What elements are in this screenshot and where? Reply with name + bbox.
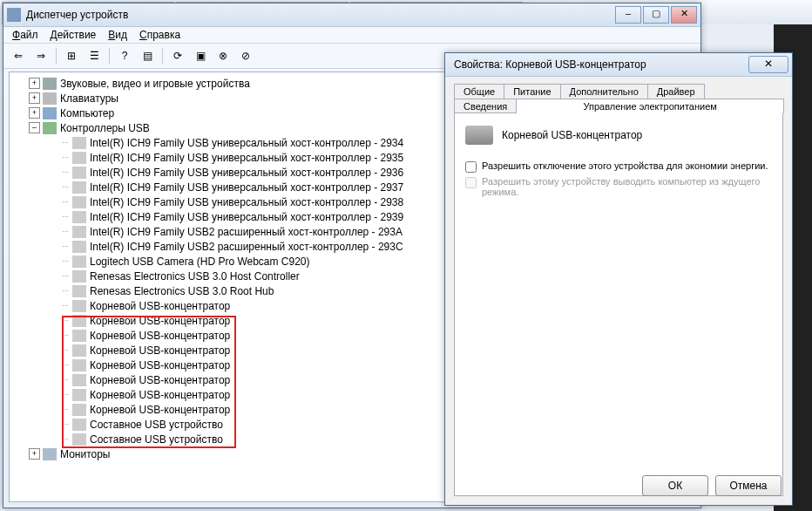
device-label: Составное USB устройство: [90, 419, 223, 431]
bullet-icon: ⋯: [62, 391, 69, 399]
allow-poweroff-checkbox[interactable]: Разрешить отключение этого устройства дл…: [465, 160, 772, 173]
collapse-icon[interactable]: –: [29, 122, 40, 133]
expand-icon[interactable]: +: [29, 448, 40, 460]
tab-general[interactable]: Общие: [454, 84, 504, 99]
separator: [109, 48, 110, 64]
device-icon: [72, 285, 86, 297]
bullet-icon: ⋯: [62, 198, 69, 206]
device-label: Корневой USB-концентратор: [90, 330, 230, 342]
disable-button[interactable]: ⊘: [236, 46, 255, 65]
menu-file[interactable]: Файл: [12, 29, 38, 41]
device-icon: [72, 300, 86, 312]
tab-panel: Корневой USB-концентратор Разрешить откл…: [454, 112, 783, 496]
bullet-icon: ⋯: [62, 317, 69, 324]
device-name: Корневой USB-концентратор: [502, 129, 642, 141]
view-button[interactable]: ☰: [85, 46, 104, 65]
bullet-icon: ⋯: [62, 257, 69, 265]
bullet-icon: ⋯: [62, 213, 69, 221]
app-icon: [7, 8, 21, 22]
expand-icon[interactable]: +: [29, 92, 40, 104]
tab-details[interactable]: Сведения: [454, 99, 517, 113]
device-label: Intel(R) ICH9 Family USB универсальный х…: [90, 181, 403, 194]
bullet-icon: ⋯: [62, 168, 69, 176]
tab-powermgmt[interactable]: Управление электропитанием: [516, 99, 784, 113]
close-button[interactable]: ✕: [671, 6, 697, 24]
device-label: Intel(R) ICH9 Family USB универсальный х…: [90, 211, 403, 223]
device-label: Корневой USB-концентратор: [90, 300, 230, 312]
window-title: Диспетчер устройств: [26, 9, 615, 21]
device-icon: [72, 152, 86, 164]
menu-view[interactable]: Вид: [108, 29, 127, 41]
bullet-icon: ⋯: [62, 420, 69, 428]
menu-help[interactable]: Справка: [139, 29, 180, 41]
separator: [56, 48, 57, 64]
tab-driver[interactable]: Драйвер: [647, 84, 705, 99]
device-icon: [72, 404, 86, 416]
sound-icon: [43, 78, 57, 90]
bullet-icon: ⋯: [62, 139, 69, 146]
device-label: Корневой USB-концентратор: [90, 404, 230, 416]
device-icon: [72, 196, 86, 208]
device-label: Renesas Electronics USB 3.0 Host Control…: [90, 270, 300, 283]
cancel-button[interactable]: Отмена: [715, 475, 782, 496]
titlebar[interactable]: Свойства: Корневой USB-концентратор ✕: [445, 53, 792, 77]
show-hidden-button[interactable]: ⊞: [62, 46, 81, 65]
device-icon: [72, 211, 86, 223]
back-button[interactable]: ⇐: [9, 46, 28, 65]
device-icon: [72, 330, 86, 342]
properties-button[interactable]: ▤: [138, 46, 157, 65]
tab-advanced[interactable]: Дополнительно: [560, 84, 648, 99]
forward-button[interactable]: ⇒: [31, 46, 51, 65]
device-icon: [72, 389, 86, 401]
device-label: Intel(R) ICH9 Family USB2 расширенный хо…: [90, 226, 403, 238]
bullet-icon: ⋯: [62, 242, 69, 250]
scan-button[interactable]: ⟳: [168, 46, 187, 65]
bullet-icon: ⋯: [62, 272, 69, 280]
checkbox-input: [465, 177, 477, 188]
close-button[interactable]: ✕: [748, 56, 788, 73]
device-label: Корневой USB-концентратор: [90, 359, 230, 371]
device-icon: [72, 433, 86, 446]
allow-wake-checkbox: Разрешить этому устройству выводить комп…: [465, 176, 772, 197]
device-header: Корневой USB-концентратор: [465, 126, 772, 145]
device-label: Intel(R) ICH9 Family USB универсальный х…: [90, 152, 403, 164]
bullet-icon: ⋯: [62, 302, 69, 310]
device-icon: [72, 344, 86, 357]
device-icon: [72, 419, 86, 431]
minimize-button[interactable]: –: [615, 6, 641, 24]
device-label: Intel(R) ICH9 Family USB универсальный х…: [90, 167, 403, 179]
device-label: Составное USB устройство: [90, 433, 223, 446]
expand-icon[interactable]: +: [29, 78, 40, 89]
device-label: Корневой USB-концентратор: [90, 344, 230, 357]
titlebar[interactable]: Диспетчер устройств – ▢ ✕: [3, 3, 700, 27]
bullet-icon: ⋯: [62, 435, 69, 443]
device-icon: [72, 167, 86, 179]
device-icon: [72, 137, 86, 149]
usb-hub-icon: [465, 126, 493, 145]
dialog-buttons: ОК Отмена: [642, 475, 782, 496]
device-icon: [72, 256, 86, 268]
help-button[interactable]: ?: [115, 46, 134, 65]
device-label: Intel(R) ICH9 Family USB универсальный х…: [90, 196, 403, 208]
bullet-icon: ⋯: [62, 228, 69, 235]
separator: [162, 48, 163, 64]
device-icon: [72, 374, 86, 386]
device-label: Корневой USB-концентратор: [90, 389, 230, 401]
checkbox-input[interactable]: [465, 161, 477, 173]
bullet-icon: ⋯: [62, 361, 69, 369]
device-icon: [72, 241, 86, 253]
uninstall-button[interactable]: ⊗: [213, 46, 233, 65]
device-icon: [72, 315, 86, 327]
update-driver-button[interactable]: ▣: [191, 46, 210, 65]
menu-action[interactable]: Действие: [51, 29, 97, 41]
device-label: Logitech USB Camera (HD Pro Webcam C920): [90, 256, 310, 268]
ok-button[interactable]: ОК: [642, 475, 708, 496]
maximize-button[interactable]: ▢: [643, 6, 669, 24]
device-icon: [72, 226, 86, 238]
tab-power[interactable]: Питание: [504, 84, 560, 99]
usb-icon: [43, 122, 57, 134]
menubar: Файл Действие Вид Справка: [3, 27, 700, 44]
expand-icon[interactable]: +: [29, 107, 40, 119]
device-icon: [72, 181, 86, 194]
device-label: Intel(R) ICH9 Family USB2 расширенный хо…: [90, 241, 403, 253]
